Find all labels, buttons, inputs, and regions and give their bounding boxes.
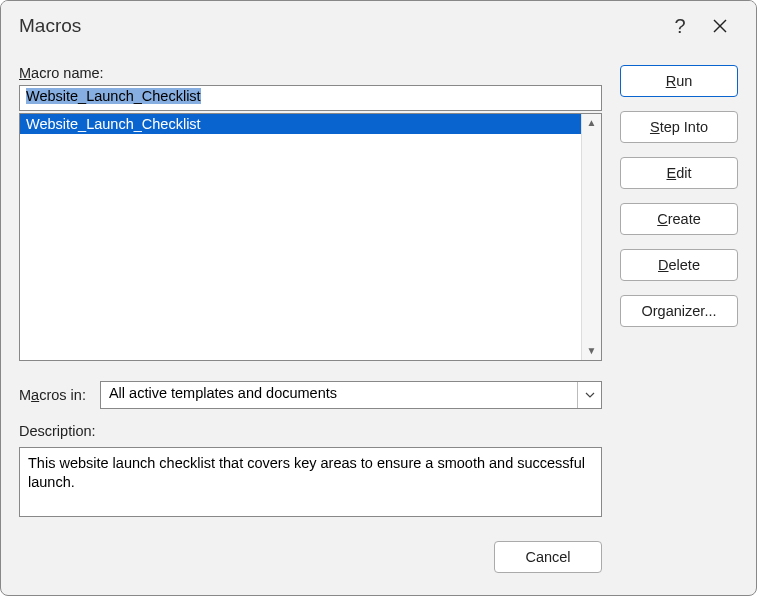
- delete-button[interactable]: Delete: [620, 249, 738, 281]
- edit-button[interactable]: Edit: [620, 157, 738, 189]
- macro-list: Website_Launch_Checklist ▲ ▼: [19, 113, 602, 361]
- macros-dialog: Macros ? Macro name: Website_Launch_Chec…: [0, 0, 757, 596]
- create-button[interactable]: Create: [620, 203, 738, 235]
- left-column: Macro name: Website_Launch_Checklist Web…: [19, 65, 602, 577]
- chevron-down-icon: [585, 392, 595, 398]
- help-button[interactable]: ?: [660, 15, 700, 38]
- organizer-button[interactable]: Organizer...: [620, 295, 738, 327]
- run-button[interactable]: Run: [620, 65, 738, 97]
- titlebar: Macros ?: [1, 1, 756, 51]
- dropdown-toggle[interactable]: [577, 382, 601, 408]
- dialog-body: Macro name: Website_Launch_Checklist Web…: [1, 51, 756, 595]
- description-label: Description:: [19, 423, 602, 439]
- close-button[interactable]: [700, 18, 740, 34]
- macros-in-row: Macros in: All active templates and docu…: [19, 381, 602, 409]
- list-item[interactable]: Website_Launch_Checklist: [20, 114, 581, 134]
- macro-name-label: Macro name:: [19, 65, 602, 81]
- macro-name-input[interactable]: Website_Launch_Checklist: [19, 85, 602, 111]
- macros-in-dropdown[interactable]: All active templates and documents: [100, 381, 602, 409]
- scrollbar[interactable]: ▲ ▼: [581, 114, 601, 360]
- scroll-up-icon[interactable]: ▲: [587, 118, 597, 128]
- description-box[interactable]: This website launch checklist that cover…: [19, 447, 602, 517]
- dropdown-selected: All active templates and documents: [101, 382, 577, 408]
- cancel-button[interactable]: Cancel: [494, 541, 602, 573]
- right-column: Run Step Into Edit Create Delete Organiz…: [620, 65, 738, 577]
- scroll-down-icon[interactable]: ▼: [587, 346, 597, 356]
- macro-list-items[interactable]: Website_Launch_Checklist: [20, 114, 581, 360]
- macros-in-label: Macros in:: [19, 387, 86, 403]
- dialog-title: Macros: [19, 15, 81, 37]
- bottom-button-row: Cancel: [19, 541, 602, 573]
- step-into-button[interactable]: Step Into: [620, 111, 738, 143]
- close-icon: [712, 18, 728, 34]
